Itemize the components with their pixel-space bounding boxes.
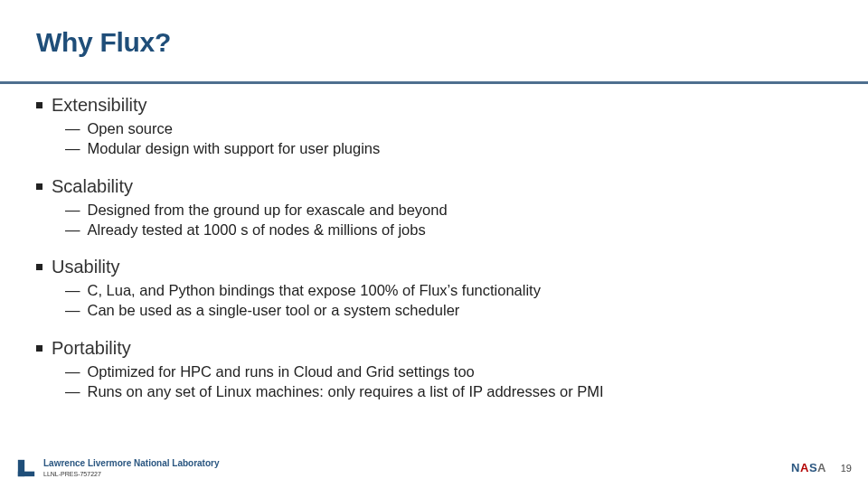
section-items: — C, Lua, and Python bindings that expos… (65, 280, 832, 321)
bullet-square-icon (36, 183, 42, 190)
list-item: — Can be used as a single-user tool or a… (65, 300, 832, 320)
list-item-text: Designed from the ground up for exascale… (88, 200, 448, 220)
list-item-text: Runs on any set of Linux machines: only … (88, 381, 604, 401)
section-items: — Optimized for HPC and runs in Cloud an… (65, 361, 832, 402)
slide: Why Flux? Extensibility — Open source — … (0, 0, 868, 488)
llnl-logo: Lawrence Livermore National Laboratory L… (16, 458, 220, 478)
list-item: — Runs on any set of Linux machines: onl… (65, 381, 832, 401)
dash-icon: — (65, 361, 80, 381)
section-heading-text: Usability (52, 256, 120, 278)
title-rule (0, 81, 868, 84)
dash-icon: — (65, 280, 80, 300)
svg-text:N: N (791, 461, 799, 474)
dash-icon: — (65, 200, 80, 220)
page-number: 19 (837, 463, 852, 474)
section-heading-text: Scalability (52, 175, 133, 198)
nnsa-logo-group: N A S A 19 (787, 457, 852, 479)
bullet-square-icon (36, 102, 42, 108)
bullet-square-icon (36, 264, 42, 270)
slide-title: Why Flux? (36, 27, 832, 58)
slide-footer: Lawrence Livermore National Laboratory L… (0, 448, 868, 488)
svg-text:A: A (817, 461, 826, 474)
list-item-text: C, Lua, and Python bindings that expose … (88, 280, 541, 300)
llnl-text: Lawrence Livermore National Laboratory L… (43, 459, 220, 477)
section-usability: Usability — C, Lua, and Python bindings … (36, 256, 832, 321)
doc-code: LLNL-PRES-757227 (43, 471, 220, 477)
list-item: — Modular design with support for user p… (65, 138, 832, 158)
slide-content: Extensibility — Open source — Modular de… (36, 94, 832, 401)
section-heading-text: Portability (52, 337, 131, 360)
list-item: — Open source (65, 118, 832, 138)
list-item-text: Already tested at 1000 s of nodes & mill… (88, 220, 426, 239)
section-portability: Portability — Optimized for HPC and runs… (36, 337, 832, 402)
list-item: — Designed from the ground up for exasca… (65, 200, 832, 220)
svg-text:A: A (800, 461, 809, 474)
nnsa-logo-icon: N A S A (787, 457, 830, 479)
llnl-mark-icon (16, 458, 36, 478)
section-items: — Designed from the ground up for exasca… (65, 200, 832, 240)
list-item: — Already tested at 1000 s of nodes & mi… (65, 220, 832, 239)
list-item-text: Open source (88, 118, 173, 138)
section-heading: Portability (36, 337, 832, 360)
section-extensibility: Extensibility — Open source — Modular de… (36, 94, 832, 159)
bullet-square-icon (36, 345, 42, 352)
section-items: — Open source — Modular design with supp… (65, 118, 832, 159)
svg-rect-1 (18, 472, 34, 477)
section-heading: Extensibility (36, 94, 832, 117)
lab-name: Lawrence Livermore National Laboratory (43, 459, 220, 468)
section-scalability: Scalability — Designed from the ground u… (36, 175, 832, 240)
section-heading-text: Extensibility (52, 94, 147, 117)
dash-icon: — (65, 118, 80, 138)
svg-text:S: S (809, 461, 817, 474)
list-item-text: Optimized for HPC and runs in Cloud and … (88, 361, 475, 381)
dash-icon: — (65, 300, 80, 320)
list-item-text: Modular design with support for user plu… (88, 138, 381, 158)
section-heading: Usability (36, 256, 832, 278)
dash-icon: — (65, 138, 80, 158)
list-item: — C, Lua, and Python bindings that expos… (65, 280, 832, 300)
section-heading: Scalability (36, 175, 832, 198)
dash-icon: — (65, 381, 80, 401)
dash-icon: — (65, 220, 80, 239)
list-item-text: Can be used as a single-user tool or a s… (88, 300, 460, 320)
list-item: — Optimized for HPC and runs in Cloud an… (65, 361, 832, 381)
